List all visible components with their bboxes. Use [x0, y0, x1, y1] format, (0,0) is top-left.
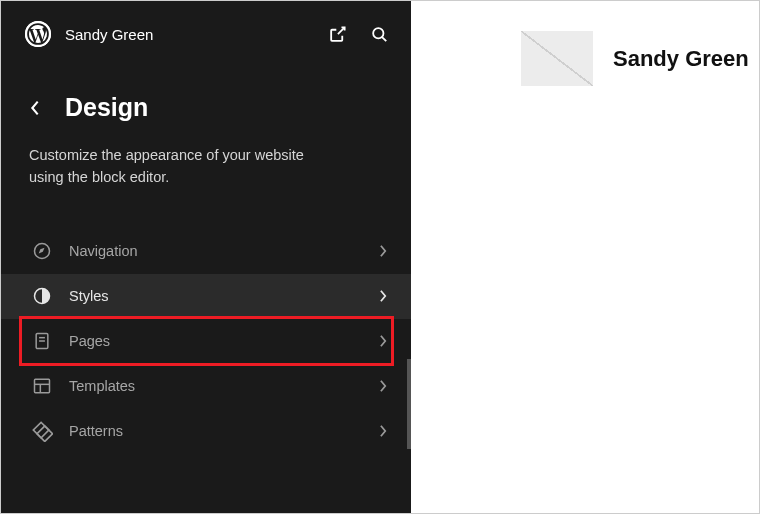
- page-heading-row: Design: [1, 57, 411, 130]
- menu-item-label: Pages: [69, 333, 379, 349]
- preview-site-title: Sandy Green: [613, 46, 749, 72]
- menu-item-navigation[interactable]: Navigation: [1, 229, 411, 274]
- back-icon[interactable]: [29, 100, 45, 116]
- site-editor-sidebar: Sandy Green Design Customize the appeara…: [1, 1, 411, 513]
- contrast-icon: [31, 285, 53, 307]
- search-icon[interactable]: [369, 24, 389, 44]
- svg-marker-4: [39, 248, 45, 254]
- chevron-right-icon: [379, 424, 391, 438]
- page-title: Design: [65, 93, 148, 122]
- scrollbar-thumb[interactable]: [407, 359, 411, 449]
- svg-rect-9: [35, 380, 50, 393]
- open-site-icon[interactable]: [327, 24, 347, 44]
- menu-item-templates[interactable]: Templates: [1, 364, 411, 409]
- preview-site-header: Sandy Green: [411, 31, 759, 86]
- patterns-icon: [31, 420, 53, 442]
- menu-item-patterns[interactable]: Patterns: [1, 409, 411, 454]
- menu-item-pages[interactable]: Pages: [1, 319, 411, 364]
- chevron-right-icon: [379, 334, 391, 348]
- menu-item-label: Styles: [69, 288, 379, 304]
- site-logo-placeholder: [521, 31, 593, 86]
- chevron-right-icon: [379, 379, 391, 393]
- layout-icon: [31, 375, 53, 397]
- menu-item-label: Patterns: [69, 423, 379, 439]
- svg-line-2: [382, 37, 386, 41]
- chevron-right-icon: [379, 244, 391, 258]
- page-icon: [31, 330, 53, 352]
- page-description: Customize the appearance of your website…: [1, 130, 341, 207]
- wordpress-logo-icon[interactable]: [25, 21, 51, 47]
- site-title: Sandy Green: [65, 26, 327, 43]
- menu-item-styles[interactable]: Styles: [1, 274, 411, 319]
- compass-icon: [31, 240, 53, 262]
- menu-item-label: Navigation: [69, 243, 379, 259]
- sidebar-topbar: Sandy Green: [1, 1, 411, 57]
- site-preview-pane[interactable]: Sandy Green: [411, 1, 759, 513]
- design-menu: Navigation Styles Pages: [1, 207, 411, 454]
- menu-item-label: Templates: [69, 378, 379, 394]
- chevron-right-icon: [379, 289, 391, 303]
- svg-point-1: [373, 28, 383, 38]
